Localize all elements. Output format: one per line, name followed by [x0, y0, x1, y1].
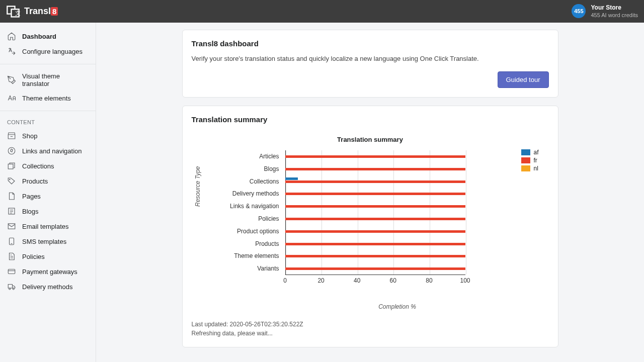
bar-fr: [285, 205, 465, 208]
logo[interactable]: 文 Transl8: [6, 5, 58, 19]
bar-fr: [285, 218, 465, 220]
collections-icon: [7, 161, 16, 170]
category-label: Delivery methods: [212, 190, 282, 197]
dashboard-desc: Verify your store's translation status a…: [192, 55, 549, 62]
nav-label: Links and navigation: [22, 147, 82, 155]
svg-text:文: 文: [15, 10, 21, 16]
aa-icon: [7, 94, 16, 103]
sidebar-item-theme-elements[interactable]: Theme elements: [0, 90, 96, 106]
category-label: Blogs: [212, 165, 282, 172]
svg-point-10: [9, 288, 11, 290]
logo-icon: 文: [6, 5, 20, 19]
sidebar-item-email-templates[interactable]: Email templates: [0, 219, 96, 234]
home-icon: [7, 32, 16, 41]
legend-label: fr: [533, 157, 537, 164]
mail-icon: [7, 222, 16, 231]
svg-point-3: [8, 147, 15, 154]
sidebar-item-configure-languages[interactable]: Configure languages: [0, 44, 96, 59]
x-axis-label: Completion %: [246, 303, 549, 310]
guided-tour-button[interactable]: Guided tour: [498, 71, 549, 88]
nav-label: Dashboard: [22, 33, 56, 40]
category-label: Product options: [212, 228, 282, 235]
store-info[interactable]: 455 Your Store 455 AI word credits: [572, 4, 638, 19]
summary-title: Translation summary: [192, 115, 549, 124]
bar-fr: [285, 230, 465, 233]
sidebar-item-pages[interactable]: Pages: [0, 189, 96, 204]
chart: Translation summary Resource Type Articl…: [192, 131, 549, 312]
category-label: Collections: [212, 178, 282, 185]
bar-fr: [285, 255, 465, 257]
svg-point-11: [13, 288, 14, 290]
sidebar-item-visual-theme-translator[interactable]: Visual theme translator: [0, 69, 96, 90]
app-header: 文 Transl8 455 Your Store 455 AI word cre…: [0, 0, 644, 23]
sidebar-item-payment-gateways[interactable]: Payment gateways: [0, 264, 96, 279]
x-tick: 100: [460, 277, 470, 284]
x-tick: 60: [390, 277, 396, 284]
category-label: Theme elements: [212, 252, 282, 259]
sidebar: DashboardConfigure languages Visual them…: [0, 23, 96, 362]
nav-label: Theme elements: [22, 95, 71, 102]
category-label: Articles: [212, 153, 282, 160]
blog-icon: [7, 207, 16, 216]
legend-swatch: [521, 157, 530, 163]
sidebar-item-collections[interactable]: Collections: [0, 158, 96, 173]
nav-label: Policies: [22, 253, 45, 260]
category-label: Links & navigation: [212, 203, 282, 210]
bar-fr: [285, 180, 465, 183]
store-credits: 455 AI word credits: [591, 12, 638, 19]
svg-point-5: [10, 179, 11, 180]
category-label: Variants: [212, 265, 282, 272]
legend-label: nl: [533, 165, 538, 172]
nav-label: Shop: [22, 132, 37, 140]
legend-item-af: af: [521, 149, 538, 156]
summary-card: Translation summary Translation summary …: [182, 106, 558, 347]
svg-rect-9: [8, 269, 15, 274]
nav-label: Email templates: [22, 223, 68, 230]
svg-rect-7: [8, 224, 15, 229]
credits-badge: 455: [572, 4, 586, 18]
legend-swatch: [521, 165, 530, 171]
store-name: Your Store: [591, 4, 638, 12]
nav-label: Collections: [22, 162, 54, 170]
bar-fr: [285, 168, 465, 170]
page-icon: [7, 192, 16, 201]
dashboard-card: Transl8 dashboard Verify your store's tr…: [182, 30, 558, 98]
dashboard-title: Transl8 dashboard: [192, 39, 549, 48]
nav-label: Blogs: [22, 208, 39, 215]
compass-icon: [7, 146, 16, 155]
payment-icon: [7, 267, 16, 276]
nav-label: SMS templates: [22, 238, 66, 245]
nav-label: Pages: [22, 193, 41, 200]
logo-text: Transl8: [24, 6, 58, 17]
nav-label: Delivery methods: [22, 283, 72, 291]
bar-fr: [285, 193, 465, 195]
sidebar-item-shop[interactable]: Shop: [0, 128, 96, 143]
sidebar-item-policies[interactable]: Policies: [0, 249, 96, 264]
sidebar-item-dashboard[interactable]: Dashboard: [0, 29, 96, 44]
sidebar-item-blogs[interactable]: Blogs: [0, 204, 96, 219]
shop-icon: [7, 131, 16, 140]
y-axis-label: Resource Type: [194, 166, 201, 207]
chart-title: Translation summary: [192, 136, 549, 143]
sms-icon: [7, 237, 16, 246]
main-content: Transl8 dashboard Verify your store's tr…: [96, 23, 644, 362]
category-label: Products: [212, 240, 282, 247]
bar-fr: [285, 243, 465, 245]
nav-label: Products: [22, 177, 48, 185]
legend-item-nl: nl: [521, 165, 538, 172]
sidebar-item-links-and-navigation[interactable]: Links and navigation: [0, 143, 96, 158]
last-updated: Last updated: 2020-05-26T02:35:20.522Z: [192, 320, 549, 329]
nav-label: Payment gateways: [22, 268, 77, 276]
nav-label: Visual theme translator: [22, 72, 89, 87]
tag-icon: [7, 176, 16, 186]
x-tick: 0: [283, 277, 287, 284]
brush-icon: [7, 75, 16, 84]
bar-fr: [285, 267, 465, 270]
sidebar-item-delivery-methods[interactable]: Delivery methods: [0, 279, 96, 294]
legend: affrnl: [521, 149, 538, 173]
refreshing-text: Refreshing data, please wait...: [192, 329, 549, 338]
x-tick: 80: [426, 277, 432, 284]
category-label: Policies: [212, 215, 282, 222]
sidebar-item-products[interactable]: Products: [0, 173, 96, 189]
sidebar-item-sms-templates[interactable]: SMS templates: [0, 234, 96, 249]
